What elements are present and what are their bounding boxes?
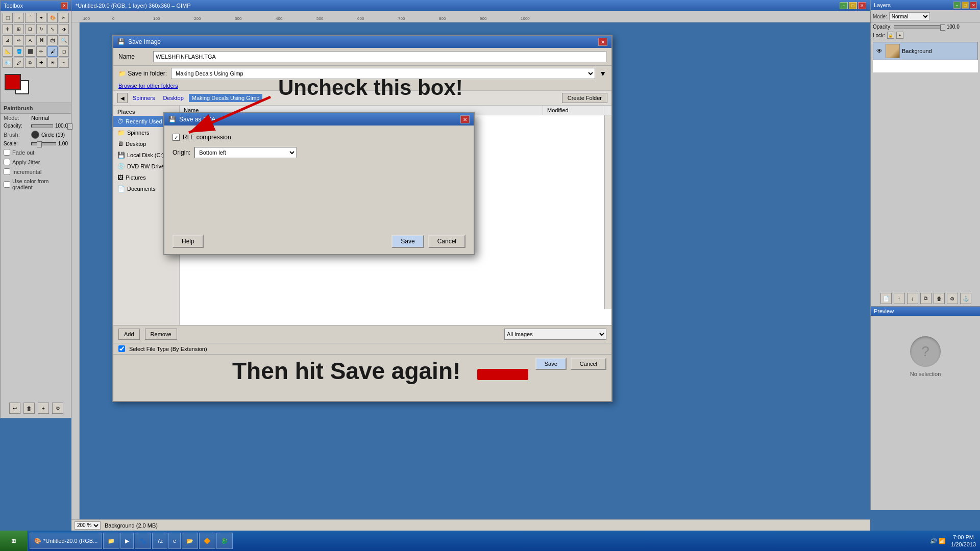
layers-mode-select[interactable]: Normal [889, 12, 930, 20]
save-main-button[interactable]: Save [535, 358, 567, 370]
all-images-select[interactable]: All images [504, 329, 606, 340]
use-color-checkbox[interactable] [4, 181, 10, 188]
cancel-main-button[interactable]: Cancel [571, 358, 606, 370]
taskbar-ie[interactable]: e [168, 533, 181, 549]
tool-scissors[interactable]: ✂ [59, 13, 69, 23]
tool-text[interactable]: A [25, 35, 35, 45]
tool-ink[interactable]: 🖊 [14, 58, 24, 68]
toolbox-bottom-btn-3[interactable]: + [38, 403, 49, 414]
tool-path[interactable]: ⌘ [36, 35, 46, 45]
start-button[interactable]: ⊞ [0, 531, 28, 551]
tga-help-button[interactable]: Help [173, 235, 204, 248]
tool-clone[interactable]: ⧉ [25, 58, 35, 68]
toolbox-bottom-btn-2[interactable]: 🗑 [23, 403, 35, 414]
zoom-select[interactable]: 200 % 100 % 50 % [75, 521, 101, 530]
tool-move[interactable]: ✛ [3, 24, 13, 34]
tool-measure[interactable]: 📐 [3, 46, 13, 57]
fade-out-checkbox[interactable] [4, 149, 10, 156]
layers-delete-btn[interactable]: 🗑 [934, 293, 945, 304]
lock-position-btn[interactable]: + [896, 32, 903, 39]
tool-color-select[interactable]: 🎨 [47, 13, 58, 23]
foreground-color[interactable] [5, 74, 21, 90]
folder-dropdown-arrow[interactable]: ▼ [599, 69, 606, 78]
tool-ellipse-select[interactable]: ○ [14, 13, 24, 23]
incremental-checkbox[interactable] [4, 168, 10, 175]
breadcrumb-back-btn[interactable]: ◀ [117, 93, 128, 103]
close-window-button[interactable]: ✕ [858, 2, 866, 9]
taskbar-gimp2[interactable]: 🐾 [135, 533, 151, 549]
tool-colorpick[interactable]: 🖄 [47, 35, 58, 45]
taskbar-app1[interactable]: 🔶 [199, 533, 215, 549]
tga-save-button[interactable]: Save [391, 235, 424, 248]
brush-preview[interactable] [31, 131, 39, 139]
tool-bucket[interactable]: 🪣 [14, 46, 24, 57]
file-list-scrollbar[interactable] [604, 115, 611, 309]
layers-raise-btn[interactable]: ↑ [894, 293, 905, 304]
svg-line-1 [189, 97, 271, 133]
breadcrumb-spinners[interactable]: Spinners [130, 94, 158, 102]
tool-crop[interactable]: ⊡ [25, 24, 35, 34]
layers-maximize-btn[interactable]: □ [962, 2, 969, 9]
layers-settings-btn[interactable]: ⚙ [947, 293, 958, 304]
tool-free-select[interactable]: ⌒ [25, 13, 35, 23]
scale-thumb[interactable] [37, 141, 42, 147]
layers-lower-btn[interactable]: ↓ [907, 293, 918, 304]
taskbar-7zip[interactable]: 7z [152, 533, 167, 549]
browse-link[interactable]: Browse for other folders [118, 83, 178, 89]
tool-align[interactable]: ⊞ [14, 24, 24, 34]
toolbox-bottom-btn-1[interactable]: ↩ [9, 403, 20, 414]
tool-dodge[interactable]: ☀ [47, 58, 58, 68]
save-name-input[interactable] [153, 51, 606, 62]
apply-jitter-checkbox[interactable] [4, 159, 10, 165]
layers-opacity-slider[interactable] [894, 26, 945, 29]
tool-blend[interactable]: ⬛ [25, 46, 35, 57]
layers-close-btn[interactable]: ✕ [970, 2, 977, 9]
select-file-type-checkbox[interactable] [118, 345, 125, 352]
documents-icon: 📄 [117, 185, 125, 192]
layers-duplicate-btn[interactable]: ⧉ [920, 293, 932, 304]
layers-create-btn[interactable]: 📄 [880, 293, 892, 304]
taskbar-folder2[interactable]: 📂 [182, 533, 198, 549]
tool-eraser[interactable]: ◻ [59, 46, 69, 57]
save-dialog-close-btn[interactable]: ✕ [598, 38, 607, 46]
tool-paintbrush[interactable]: 🖌 [47, 46, 58, 57]
tool-fuzzy-select[interactable]: ✦ [36, 13, 46, 23]
tool-pencil[interactable]: ✏ [36, 46, 46, 57]
layers-opacity-thumb[interactable] [940, 24, 945, 31]
tool-rect-select[interactable]: ⬚ [3, 13, 13, 23]
tool-heal[interactable]: ✚ [36, 58, 46, 68]
opacity-slider[interactable] [31, 124, 53, 128]
origin-select[interactable]: Bottom left Top left [194, 147, 297, 158]
layers-anchor-btn[interactable]: ⚓ [960, 293, 971, 304]
taskbar-media[interactable]: ▶ [120, 533, 134, 549]
tool-flip[interactable]: ⇔ [14, 35, 24, 45]
tool-zoom[interactable]: 🔍 [59, 35, 69, 45]
lock-pixels-btn[interactable]: 🔒 [887, 32, 894, 39]
tool-rotate[interactable]: ↻ [36, 24, 46, 34]
scale-slider[interactable] [31, 142, 56, 145]
taskbar-gimp[interactable]: 🎨 *Untitled-20.0 (RGB... [30, 533, 102, 549]
opacity-thumb[interactable] [67, 123, 72, 130]
tool-airbrush[interactable]: 💨 [3, 58, 13, 68]
create-folder-button[interactable]: Create Folder [562, 93, 607, 103]
select-file-type-label: Select File Type (By Extension) [129, 346, 207, 352]
tool-perspective[interactable]: ⊿ [3, 35, 13, 45]
tga-cancel-button[interactable]: Cancel [428, 235, 465, 248]
taskbar-explorer[interactable]: 📁 [103, 533, 119, 549]
dvd-icon: 💿 [117, 163, 125, 170]
tool-scale[interactable]: ⤡ [47, 24, 58, 34]
tool-shear[interactable]: ⬗ [59, 24, 69, 34]
add-button[interactable]: Add [118, 329, 140, 340]
taskbar-app2[interactable]: 🐉 [216, 533, 233, 549]
toolbox-bottom-btn-4[interactable]: ⚙ [52, 403, 63, 414]
layers-minimize-btn[interactable]: − [953, 2, 961, 9]
toolbox-close-button[interactable]: ✕ [61, 2, 68, 9]
tga-close-btn[interactable]: ✕ [460, 115, 470, 123]
layer-background-row[interactable]: 👁 Background [873, 42, 978, 60]
layer-visibility-icon[interactable]: 👁 [875, 47, 884, 55]
layers-lock-row: Lock: 🔒 + [871, 31, 980, 40]
maximize-button[interactable]: □ [849, 2, 857, 9]
minimize-button[interactable]: − [840, 2, 848, 9]
remove-button[interactable]: Remove [145, 329, 177, 340]
tool-smudge[interactable]: ~ [59, 58, 69, 68]
